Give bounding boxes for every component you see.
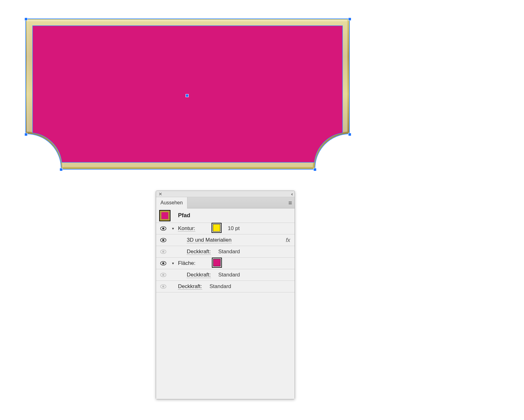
row-object-header[interactable]: Pfad xyxy=(156,208,295,223)
selection-handle-ml[interactable] xyxy=(24,133,28,136)
panel-empty-area xyxy=(156,292,295,399)
visibility-toggle-fill[interactable] xyxy=(158,261,169,265)
stroke-swatch[interactable] xyxy=(212,223,222,233)
stroke-label[interactable]: Kontur: xyxy=(177,225,197,232)
visibility-toggle-object-opacity[interactable] xyxy=(158,284,169,289)
panel-topbar: ✕ ‹‹ xyxy=(156,191,295,197)
svg-point-3 xyxy=(162,239,165,241)
svg-point-1 xyxy=(162,228,165,230)
selection-handle-bl[interactable] xyxy=(60,168,63,171)
fill-swatch[interactable] xyxy=(212,258,222,268)
fill-label[interactable]: Fläche: xyxy=(177,260,197,266)
tab-appearance[interactable]: Aussehen xyxy=(156,197,187,208)
visibility-toggle-fill-opacity[interactable] xyxy=(158,273,169,277)
effect-label[interactable]: 3D und Materialien xyxy=(186,237,233,243)
stroke-swatch-color xyxy=(213,224,220,232)
close-icon[interactable]: ✕ xyxy=(159,192,162,196)
visibility-toggle-effect[interactable] xyxy=(158,238,169,242)
row-stroke-opacity[interactable]: Deckkraft: Standard xyxy=(156,246,295,258)
appearance-panel[interactable]: ✕ ‹‹ Aussehen ≡ Pfad ▾ Kontur: xyxy=(156,191,295,399)
fill-opacity-label[interactable]: Deckkraft: xyxy=(186,272,212,278)
selection-handle-tl[interactable] xyxy=(24,18,28,21)
row-effect-3d[interactable]: 3D und Materialien fx xyxy=(156,234,295,246)
panel-tabrow: Aussehen ≡ xyxy=(156,197,295,208)
panel-menu-icon[interactable]: ≡ xyxy=(288,200,292,206)
visibility-toggle-stroke-opacity[interactable] xyxy=(158,249,169,254)
row-fill-opacity[interactable]: Deckkraft: Standard xyxy=(156,269,295,281)
object-opacity-label[interactable]: Deckkraft: xyxy=(177,283,203,290)
selection-handle-br[interactable] xyxy=(313,168,317,171)
tab-label: Aussehen xyxy=(160,200,183,206)
stroke-opacity-value[interactable]: Standard xyxy=(212,249,241,255)
svg-point-7 xyxy=(162,262,165,265)
chevron-down-icon[interactable]: ▾ xyxy=(169,226,177,231)
row-fill[interactable]: ▾ Fläche: xyxy=(156,258,295,269)
collapse-icon[interactable]: ‹‹ xyxy=(291,192,292,196)
selection-center[interactable] xyxy=(186,94,189,97)
visibility-toggle-stroke[interactable] xyxy=(158,226,169,231)
selection-handle-mr[interactable] xyxy=(348,133,351,136)
object-name: Pfad xyxy=(170,212,190,219)
stroke-opacity-label[interactable]: Deckkraft: xyxy=(186,249,212,255)
fx-icon[interactable]: fx xyxy=(286,237,295,244)
stroke-weight-value[interactable]: 10 pt xyxy=(223,225,241,232)
svg-point-11 xyxy=(162,286,165,288)
svg-point-5 xyxy=(162,251,165,253)
selection-handle-tr[interactable] xyxy=(348,18,351,21)
row-object-opacity[interactable]: Deckkraft: Standard xyxy=(156,281,295,292)
panel-body: Pfad ▾ Kontur: 10 pt xyxy=(156,208,295,399)
fill-opacity-value[interactable]: Standard xyxy=(212,272,241,278)
object-thumb[interactable] xyxy=(160,211,170,221)
row-stroke[interactable]: ▾ Kontur: 10 pt xyxy=(156,223,295,234)
svg-point-9 xyxy=(162,274,165,276)
chevron-down-icon[interactable]: ▾ xyxy=(169,261,177,265)
object-opacity-value[interactable]: Standard xyxy=(203,283,233,290)
fill-swatch-color xyxy=(213,259,221,266)
